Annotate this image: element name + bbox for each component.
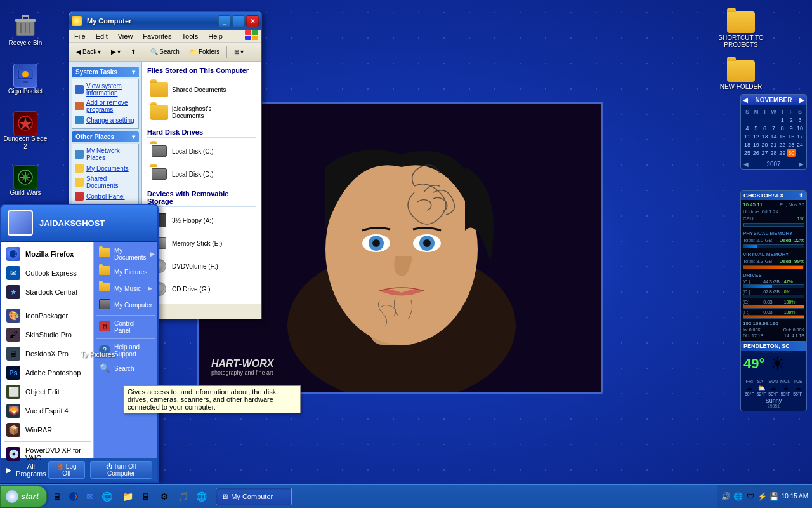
menu-help[interactable]: Help — [206, 30, 225, 42]
system-task-add[interactable]: Add or remove programs — [75, 98, 136, 114]
turn-off-button[interactable]: ⏻ Turn Off Computer — [90, 461, 152, 479]
start-photoshop[interactable]: Ps Adobe Photoshop — [1, 363, 93, 382]
start-firefox[interactable]: Mozilla Firefox — [1, 244, 93, 264]
all-programs-button[interactable]: ▶ All Programs — [6, 462, 48, 478]
folders-button[interactable]: 📁 Folders — [185, 44, 224, 60]
search-button[interactable]: 🔍 Search — [146, 44, 184, 60]
cal-week-3: 11 12 13 14 15 16 17 — [743, 132, 804, 140]
desktop-icon-dungeon-siege[interactable]: Dungeon Siege 2 — [3, 111, 48, 150]
start-stardock[interactable]: ★ Stardock Central — [1, 283, 93, 302]
taskbar-quick-4[interactable]: 🎵 — [175, 489, 190, 504]
menu-edit[interactable]: Edit — [93, 30, 110, 42]
svg-rect-32 — [245, 30, 251, 35]
calendar-header: ◀ NOVEMBER ▶ — [741, 95, 806, 105]
section-collapse-icon[interactable]: ▾ — [132, 69, 135, 76]
start-my-music-icon — [99, 283, 110, 294]
start-skinstudio[interactable]: 🖌 SkinStudio Pro — [1, 325, 93, 344]
menu-file[interactable]: File — [72, 30, 88, 42]
start-control-panel[interactable]: ⚙ Control Panel — [94, 318, 157, 337]
start-my-pics-icon — [99, 266, 110, 277]
new-folder-label: NEW FOLDER — [720, 83, 763, 90]
cal-next-btn[interactable]: ▶ — [799, 97, 804, 104]
menu-tools[interactable]: Tools — [180, 30, 201, 42]
taskbar: start 🖥 ✉ 🌐 📁 🖥 ⚙ 🎵 🌐 🖥 My Computer — [0, 484, 812, 508]
views-button[interactable]: ⊞ ▾ — [230, 44, 248, 60]
ql-ie[interactable]: 🌐 — [99, 489, 114, 504]
menu-view[interactable]: View — [115, 30, 136, 42]
shared-documents-item[interactable]: Shared Documents — [147, 80, 236, 99]
back-dropdown-icon: ▾ — [98, 48, 101, 55]
other-places-collapse-icon[interactable]: ▾ — [132, 133, 135, 140]
start-my-pictures[interactable]: My Pictures — [94, 264, 157, 280]
forward-button[interactable]: ▶ ▾ — [107, 44, 125, 60]
my-network-places-link[interactable]: My Network Places — [75, 146, 136, 163]
shared-documents-link[interactable]: Shared Documents — [75, 174, 136, 190]
system-clock[interactable]: 10:15 AM — [782, 492, 808, 500]
sysmon-phys-mem-row: Total: 2.0 GB Used: 22% — [743, 237, 804, 243]
sysmon-phys-fill — [743, 245, 757, 248]
start-my-documents[interactable]: My Documents ▶ — [94, 244, 157, 264]
start-vue[interactable]: 🌄 Vue d'Esprit 4 — [1, 401, 93, 420]
tray-icon-4[interactable]: ⚡ — [757, 491, 768, 502]
desktop-icon-guild-wars[interactable]: Guild Wars — [3, 165, 48, 197]
tray-icon-3[interactable]: 🛡 — [745, 491, 756, 502]
desktop-icon-new-folder[interactable]: NEW FOLDER — [716, 60, 766, 90]
system-task-setting[interactable]: Change a setting — [75, 114, 136, 126]
desktop-icon-shortcut-projects[interactable]: SHORTCUT TOPROJECTS — [716, 11, 766, 48]
start-outlook[interactable]: ✉ Outlook Express — [1, 264, 93, 283]
weather-temp: 49° — [743, 356, 764, 372]
maximize-button[interactable]: □ — [232, 15, 245, 27]
window-right-panel: Files Stored on This Computer Shared Doc… — [142, 62, 261, 304]
menu-favorites[interactable]: Favorites — [140, 30, 174, 42]
my-documents-link[interactable]: My Documents — [75, 163, 136, 174]
desktop-icon-giga-pocket[interactable]: Giga Pocket — [3, 64, 48, 95]
start-control-panel-label: Control Panel — [114, 320, 152, 334]
minimize-button[interactable]: _ — [218, 15, 231, 27]
control-panel-link[interactable]: Control Panel — [75, 190, 136, 202]
floppy-item[interactable]: 3½ Floppy (A:) — [147, 211, 236, 230]
up-button[interactable]: ⬆ — [126, 44, 140, 60]
start-search[interactable]: 🔍 Search — [94, 360, 157, 377]
tray-icon-5[interactable]: 💾 — [769, 491, 780, 502]
window-titlebar[interactable]: My Computer _ □ ✕ — [69, 12, 261, 30]
close-button[interactable]: ✕ — [246, 15, 259, 27]
cal-prev-btn[interactable]: ◀ — [743, 97, 748, 104]
taskbar-quick-1[interactable]: 📁 — [120, 489, 135, 504]
start-iconpackager[interactable]: 🎨 IconPackager — [1, 306, 93, 325]
start-powerdvd[interactable]: 💿 PowerDVD XP for VAIO — [1, 444, 93, 464]
start-button[interactable]: start — [0, 486, 47, 507]
dvd-item[interactable]: DVDVolume (F:) — [147, 257, 236, 276]
memory-stick-item[interactable]: Memory Stick (E:) — [147, 234, 236, 253]
start-my-computer[interactable]: My Computer — [94, 297, 157, 313]
system-task-view[interactable]: View system information — [75, 81, 136, 98]
tray-icon-2[interactable]: 🌐 — [733, 491, 743, 502]
tray-icon-1[interactable]: 🔊 — [721, 491, 731, 502]
calendar-today[interactable]: 30 — [787, 149, 796, 157]
taskbar-quick-2[interactable]: 🖥 — [138, 489, 154, 504]
start-winrar[interactable]: 📦 WinRAR — [1, 420, 93, 439]
cal-year-next[interactable]: ▶ — [799, 161, 804, 168]
sysmon-expand-icon[interactable]: ⬆ — [799, 192, 804, 199]
start-stardock-icon: ★ — [6, 285, 20, 299]
desktop-icon-recycle-bin[interactable]: Recycle Bin — [3, 13, 48, 47]
local-disk-c-item[interactable]: Local Disk (C:) — [147, 142, 236, 161]
start-photoshop-label: Adobe Photoshop — [25, 369, 81, 377]
weather-sun-icon: ☀ — [769, 353, 785, 374]
start-desktopx[interactable]: 🖥 DesktopX Pro — [1, 344, 93, 363]
drive-f-bar — [743, 315, 804, 319]
ql-firefox[interactable] — [66, 489, 81, 504]
ql-show-desktop[interactable]: 🖥 — [49, 489, 65, 504]
start-objectedit[interactable]: ⬜ Object Edit — [1, 382, 93, 401]
taskbar-mycomputer-app[interactable]: 🖥 My Computer — [216, 488, 292, 505]
back-button[interactable]: ◀ Back ▾ — [72, 44, 105, 60]
sysmon-net-out: Out: 0.00K — [783, 328, 804, 332]
forecast-sat: SAT ⛅ 62°F — [757, 379, 766, 396]
local-disk-d-item[interactable]: Local Disk (D:) — [147, 164, 236, 184]
cal-year-prev[interactable]: ◀ — [743, 161, 749, 168]
taskbar-quick-5[interactable]: 🌐 — [193, 489, 209, 504]
cd-drive-item[interactable]: CD Drive (G:) — [147, 279, 236, 298]
start-my-music[interactable]: My Music ▶ — [94, 280, 157, 297]
ql-outlook[interactable]: ✉ — [82, 489, 98, 504]
taskbar-quick-3[interactable]: ⚙ — [157, 489, 172, 504]
user-documents-item[interactable]: jaidaksghost's Documents — [147, 103, 236, 122]
